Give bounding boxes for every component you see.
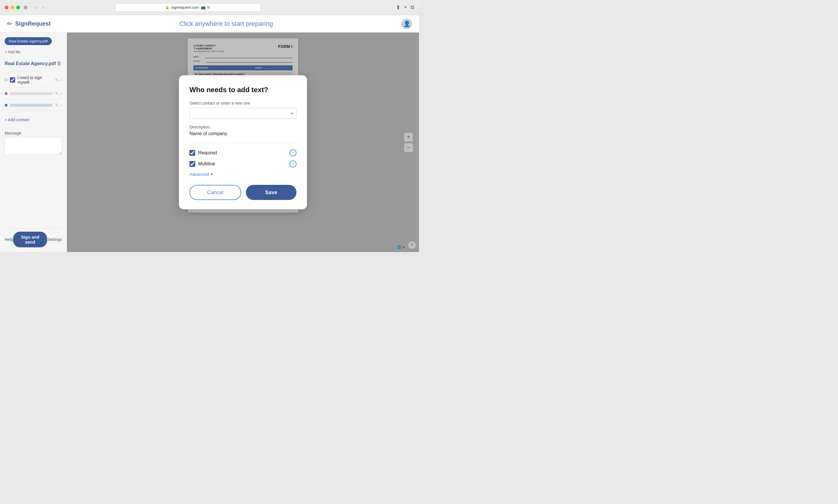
- share-icon[interactable]: ⬆: [396, 4, 400, 11]
- lock-icon: 🔒: [165, 5, 169, 9]
- modal-overlay: Who needs to add text? Select contact or…: [67, 33, 419, 252]
- browser-nav: ‹ ›: [33, 4, 46, 11]
- add-file-button[interactable]: + Add file: [5, 48, 20, 56]
- required-row: Required ?: [189, 149, 296, 156]
- back-button[interactable]: ‹: [33, 4, 38, 11]
- sign-myself-checkbox[interactable]: [10, 77, 15, 83]
- multiline-label: Multiline: [198, 161, 215, 166]
- required-help-icon[interactable]: ?: [290, 149, 296, 156]
- message-input[interactable]: [5, 137, 62, 155]
- header-center: Click anywhere to start preparing: [51, 20, 401, 28]
- user-avatar[interactable]: 👤: [401, 19, 412, 29]
- url-text: signrequest.com: [171, 5, 199, 10]
- sign-and-send-button[interactable]: Sign and send: [13, 232, 48, 247]
- modal-contact-select[interactable]: [189, 108, 296, 119]
- advanced-section[interactable]: Advanced ▾: [189, 172, 296, 177]
- advanced-chevron-icon: ▾: [211, 172, 213, 177]
- header-cta-text: Click anywhere to start preparing: [179, 20, 273, 27]
- edit-contact-1-icon[interactable]: ✎: [55, 77, 59, 83]
- file-name-row: Real Estate Agency.pdf 🗑: [5, 60, 62, 67]
- delete-file-icon[interactable]: 🗑: [57, 60, 62, 67]
- traffic-lights: [5, 5, 20, 9]
- contacts-section: I need to sign myself ✎ › ✎ ›: [5, 72, 62, 111]
- contact-3-actions: ✎ ›: [55, 102, 62, 108]
- contact-2-actions: ✎ ›: [55, 91, 62, 96]
- message-label: Message: [5, 131, 62, 136]
- modal-description-value: Name of company: [189, 131, 296, 136]
- new-tab-icon[interactable]: +: [404, 4, 407, 11]
- add-contact-button[interactable]: + Add contact: [5, 114, 62, 125]
- logo-text: SignRequest: [15, 20, 51, 27]
- modal-select-wrapper: ▾: [189, 108, 296, 119]
- modal-dialog: Who needs to add text? Select contact or…: [179, 75, 307, 209]
- file-tab[interactable]: Real Estate Agency.pdf: [5, 37, 52, 45]
- required-checkbox-left: Required: [189, 150, 217, 156]
- expand-contact-3-icon[interactable]: ›: [61, 103, 62, 108]
- fullscreen-button[interactable]: [16, 5, 20, 9]
- logo-area: ✏ SignRequest: [7, 20, 51, 28]
- close-button[interactable]: [5, 5, 8, 9]
- tabs-icon[interactable]: ⧉: [411, 4, 414, 11]
- required-label: Required: [198, 150, 217, 156]
- browser-actions: ⬆ + ⧉: [396, 4, 414, 11]
- multiline-help-icon[interactable]: ?: [290, 160, 296, 167]
- settings-button[interactable]: Settings: [47, 237, 62, 242]
- message-section: Message: [5, 131, 62, 156]
- forward-button[interactable]: ›: [40, 4, 46, 11]
- contact-2-placeholder: [10, 92, 53, 95]
- contact-row-2: ✎ ›: [5, 88, 62, 100]
- modal-title: Who needs to add text?: [189, 86, 296, 94]
- expand-contact-1-icon[interactable]: ›: [61, 77, 62, 83]
- cancel-button[interactable]: Cancel: [189, 185, 241, 200]
- contact-1-actions: ✎ ›: [55, 77, 62, 83]
- contact-dot-3: [5, 104, 7, 107]
- help-button[interactable]: Help: [5, 237, 13, 242]
- left-sidebar: Real Estate Agency.pdf + Add file Real E…: [0, 33, 67, 252]
- required-checkbox[interactable]: [189, 150, 195, 156]
- contact-dot-1: [5, 78, 7, 82]
- refresh-icon[interactable]: ↻: [207, 5, 210, 10]
- multiline-checkbox[interactable]: [189, 161, 195, 167]
- sidebar-toggle-icon[interactable]: ⊞: [23, 5, 27, 10]
- edit-contact-2-icon[interactable]: ✎: [55, 91, 59, 96]
- file-tab-label: Real Estate Agency.pdf: [9, 39, 48, 43]
- app-container: ✏ SignRequest Click anywhere to start pr…: [0, 15, 419, 252]
- modal-select-label: Select contact or enter a new one: [189, 101, 296, 106]
- browser-chrome: ⊞ ‹ › 🔒 signrequest.com 📺 ↻ ⬆ + ⧉: [0, 0, 419, 15]
- expand-contact-2-icon[interactable]: ›: [61, 91, 62, 96]
- multiline-row: Multiline ?: [189, 160, 296, 167]
- file-name: Real Estate Agency.pdf: [5, 61, 56, 66]
- edit-contact-3-icon[interactable]: ✎: [55, 102, 59, 108]
- minimize-button[interactable]: [11, 5, 14, 9]
- contact-3-placeholder: [10, 104, 53, 107]
- contact-row-3: ✎ ›: [5, 100, 62, 111]
- app-header: ✏ SignRequest Click anywhere to start pr…: [0, 15, 419, 33]
- multiline-checkbox-left: Multiline: [189, 161, 215, 167]
- modal-actions: Cancel Save: [189, 185, 296, 200]
- modal-divider: [189, 143, 296, 144]
- modal-description-label: Description: [189, 125, 296, 129]
- cast-icon: 📺: [201, 5, 205, 10]
- contact-dot-2: [5, 92, 7, 95]
- main-content: Real Estate Agency.pdf + Add file Real E…: [0, 33, 419, 252]
- address-bar[interactable]: 🔒 signrequest.com 📺 ↻: [115, 3, 261, 12]
- logo-icon: ✏: [7, 20, 12, 28]
- advanced-label: Advanced: [189, 172, 209, 177]
- save-button[interactable]: Save: [246, 185, 296, 200]
- contact-row-1: I need to sign myself ✎ ›: [5, 72, 62, 88]
- sign-myself-label: I need to sign myself: [17, 75, 53, 85]
- document-preview: LATORY AGENCY T AGREEMENT kers By-Law No…: [67, 33, 419, 252]
